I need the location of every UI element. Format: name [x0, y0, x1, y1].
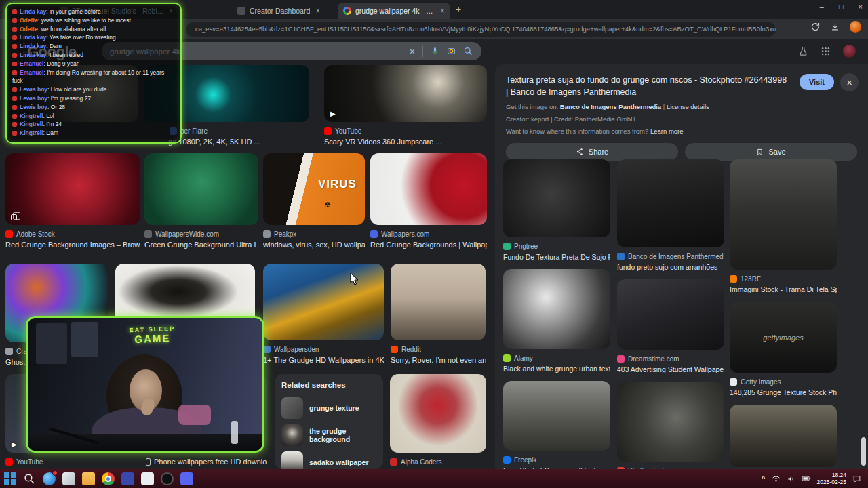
- sync-icon[interactable]: [810, 22, 821, 32]
- notification-center-icon[interactable]: [852, 474, 861, 483]
- search-labs-icon[interactable]: [798, 46, 808, 56]
- result-thumbnail[interactable]: [617, 279, 724, 350]
- result-thumbnail[interactable]: [370, 153, 487, 225]
- result-title[interactable]: Phone wallpapers free HD download for mo…: [154, 458, 267, 466]
- share-button[interactable]: Share: [506, 143, 678, 161]
- related-search-item[interactable]: the grudge background: [281, 422, 376, 449]
- tab-google-search[interactable]: grudge wallpaper 4k - Google ... ×: [338, 3, 450, 19]
- chat-username[interactable]: Lewis boy: [20, 95, 51, 102]
- chat-username[interactable]: Linda kay: [20, 8, 50, 15]
- panel-scrollbar-thumb[interactable]: [861, 437, 866, 466]
- search-result[interactable]: Wallpapers.com Red Grunge Backgrounds | …: [370, 153, 487, 249]
- voice-search-icon[interactable]: [431, 47, 439, 56]
- result-thumbnail[interactable]: ▶: [324, 65, 487, 122]
- chat-username[interactable]: Linda kay: [20, 43, 50, 49]
- search-result[interactable]: Alpha Coders: [390, 374, 486, 466]
- result-title[interactable]: ge 1080P, 2K, 4K, 5K HD ...: [168, 138, 309, 146]
- search-result[interactable]: WallpapersWide.com Green Grunge Backgrou…: [144, 153, 258, 249]
- result-title[interactable]: 1+ The Grudge HD Wallpapers in 4K ...: [263, 356, 384, 364]
- taskbar-app-file-explorer[interactable]: [82, 472, 95, 485]
- result-title[interactable]: 148,285 Grunge Texture Stock Phot...: [730, 388, 837, 396]
- wifi-icon[interactable]: [772, 474, 781, 483]
- panel-result[interactable]: [730, 405, 837, 467]
- volume-icon[interactable]: [787, 474, 795, 483]
- result-thumbnail[interactable]: [617, 159, 724, 247]
- taskbar-search-button[interactable]: [23, 472, 36, 485]
- chat-username[interactable]: Linda kay: [20, 52, 50, 58]
- window-maximize-button[interactable]: □: [839, 3, 844, 11]
- related-search-item[interactable]: grunge texture: [281, 394, 376, 422]
- visit-button[interactable]: Visit: [800, 74, 834, 90]
- result-title[interactable]: Green Grunge Background Ultra HD ...: [144, 241, 258, 249]
- chat-username[interactable]: Emanuel: [20, 69, 47, 76]
- panel-result[interactable]: Banco de Imagens Panthermedia fundo pret…: [617, 159, 724, 271]
- learn-more-link[interactable]: Learn more: [650, 127, 684, 135]
- taskbar-clock[interactable]: 18:24 2025-02-25: [817, 472, 846, 485]
- clear-search-icon[interactable]: ×: [410, 46, 415, 57]
- taskbar-app-steam[interactable]: [121, 472, 134, 485]
- taskbar-app-obs[interactable]: [161, 472, 174, 485]
- result-thumbnail[interactable]: [503, 381, 610, 451]
- new-tab-button[interactable]: +: [456, 4, 461, 15]
- chat-username[interactable]: Kingtrell: [20, 121, 46, 127]
- search-result[interactable]: VIRUS ☢ Peakpx windows, virus, sex, HD w…: [263, 153, 365, 249]
- panel-result[interactable]: gettyimages Getty Images 148,285 Grunge …: [730, 302, 837, 396]
- google-lens-icon[interactable]: [447, 47, 456, 56]
- taskbar-app-browser[interactable]: [43, 472, 56, 485]
- tab-creator-dashboard[interactable]: Creator Dashboard ×: [232, 3, 334, 19]
- panel-result[interactable]: 123RF Immagini Stock - Trama Di Tela Spo…: [730, 159, 837, 293]
- result-thumbnail[interactable]: [391, 264, 486, 340]
- tray-expand-icon[interactable]: ^: [762, 475, 766, 483]
- panel-result[interactable]: Pngtree Fundo De Textura Preta De Sujo R…: [503, 159, 610, 261]
- license-details-link[interactable]: License details: [667, 103, 709, 110]
- panel-result[interactable]: Alamy Black and white grunge urban textu…: [503, 269, 610, 373]
- search-result[interactable]: Reddit Sorry, Rover. I'm not even angr..…: [391, 264, 486, 364]
- result-title[interactable]: Red Grunge Backgrounds | Wallpape...: [370, 241, 487, 249]
- start-button[interactable]: [4, 472, 16, 485]
- window-close-button[interactable]: ×: [859, 3, 863, 11]
- chat-username[interactable]: Odette: [20, 26, 41, 33]
- result-thumbnail[interactable]: [390, 374, 486, 453]
- taskbar-app-discord[interactable]: [180, 472, 193, 485]
- result-title[interactable]: fundo preto sujo com arranhões - St...: [617, 263, 724, 271]
- meta-source[interactable]: Banco de Imagens Panthermedia: [560, 103, 661, 110]
- search-icon[interactable]: [463, 46, 473, 56]
- result-title[interactable]: Fundo De Textura Preta De Sujo Ris...: [503, 253, 610, 261]
- result-title[interactable]: Red Grunge Background Images – Brows...: [5, 241, 140, 249]
- result-title[interactable]: Black and white grunge urban textu...: [503, 365, 610, 373]
- taskbar-app-notes[interactable]: [141, 472, 154, 485]
- chat-username[interactable]: Lewis boy: [20, 86, 51, 93]
- taskbar-app-mail[interactable]: [62, 472, 75, 485]
- save-button[interactable]: Save: [685, 143, 857, 161]
- result-thumbnail[interactable]: [503, 269, 610, 349]
- result-thumbnail[interactable]: [617, 382, 724, 462]
- result-title[interactable]: windows, virus, sex, HD wallpa...: [263, 241, 365, 249]
- account-avatar[interactable]: [843, 45, 856, 58]
- result-thumbnail[interactable]: [5, 153, 140, 225]
- result-thumbnail[interactable]: [730, 159, 837, 270]
- address-bar[interactable]: ca_esv=e31446254ee5bb&rlz=1C1CHBF_enUS11…: [186, 22, 776, 37]
- result-thumbnail[interactable]: [730, 405, 837, 467]
- downloads-icon[interactable]: [830, 22, 840, 32]
- close-tab-icon[interactable]: ×: [440, 6, 445, 16]
- google-apps-icon[interactable]: [821, 46, 831, 56]
- result-thumbnail[interactable]: [144, 153, 258, 225]
- chat-username[interactable]: Kingtrell: [20, 113, 46, 119]
- close-panel-icon[interactable]: ×: [840, 73, 859, 92]
- taskbar-app-chrome[interactable]: [102, 472, 115, 485]
- chat-username[interactable]: Emanuel: [20, 60, 47, 67]
- result-thumbnail[interactable]: [263, 264, 384, 340]
- result-title[interactable]: 403 Advertising Student Wallpaper ...: [617, 365, 724, 373]
- result-title[interactable]: Immagini Stock - Trama Di Tela Spo...: [730, 285, 837, 293]
- result-title[interactable]: Scary VR Videos 360 Jumpscare ...: [324, 138, 487, 146]
- search-result[interactable]: ▶ YouTube Scary VR Videos 360 Jumpscare …: [324, 65, 487, 146]
- search-result[interactable]: Adobe Stock Red Grunge Background Images…: [5, 153, 140, 249]
- chat-username[interactable]: Kingtrell: [20, 129, 46, 136]
- window-minimize-button[interactable]: –: [820, 3, 824, 11]
- panel-result[interactable]: Shutterstock: [617, 382, 724, 469]
- result-title[interactable]: Sorry, Rover. I'm not even angr...: [391, 356, 486, 364]
- result-thumbnail[interactable]: [503, 159, 610, 237]
- chat-username[interactable]: Lewis boy: [20, 104, 51, 110]
- related-search-item[interactable]: sadako wallpaper: [281, 449, 376, 469]
- close-tab-icon[interactable]: ×: [315, 6, 320, 16]
